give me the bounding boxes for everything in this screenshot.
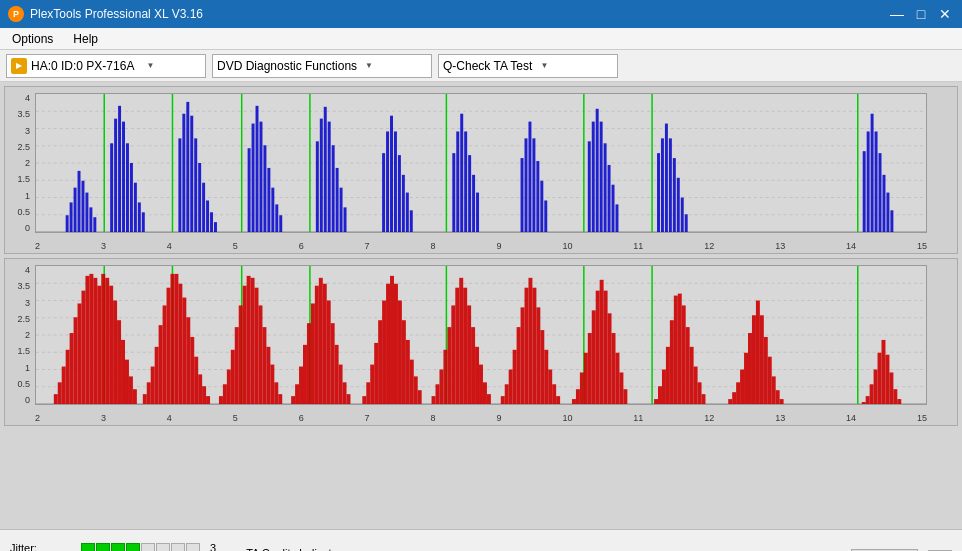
svg-rect-135 — [105, 278, 109, 404]
svg-rect-227 — [525, 288, 529, 404]
svg-rect-132 — [93, 278, 97, 404]
svg-rect-102 — [879, 153, 882, 232]
jitter-row: Jitter: 3 — [10, 542, 216, 552]
svg-rect-204 — [414, 376, 418, 404]
svg-rect-155 — [190, 337, 194, 404]
svg-rect-272 — [764, 337, 768, 404]
svg-rect-151 — [174, 274, 178, 404]
function-selector[interactable]: DVD Diagnostic Functions ▼ — [212, 54, 432, 78]
svg-rect-21 — [85, 193, 88, 232]
svg-rect-209 — [443, 350, 447, 404]
jitter-seg-4 — [126, 543, 140, 552]
svg-rect-139 — [121, 340, 125, 404]
svg-rect-73 — [472, 175, 475, 232]
svg-rect-87 — [608, 165, 611, 232]
svg-rect-27 — [122, 122, 125, 232]
svg-rect-140 — [125, 360, 129, 404]
svg-rect-52 — [316, 141, 319, 232]
jitter-seg-3 — [111, 543, 125, 552]
svg-rect-180 — [307, 323, 311, 404]
svg-rect-60 — [382, 153, 385, 232]
svg-rect-268 — [748, 333, 752, 404]
svg-rect-41 — [210, 212, 213, 232]
svg-rect-167 — [247, 276, 251, 404]
svg-rect-200 — [398, 301, 402, 405]
maximize-button[interactable]: □ — [912, 5, 930, 23]
minimize-button[interactable]: — — [888, 5, 906, 23]
svg-rect-192 — [366, 382, 370, 404]
svg-rect-55 — [328, 122, 331, 232]
svg-rect-198 — [390, 276, 394, 404]
svg-rect-211 — [451, 305, 455, 404]
top-chart: 4 3.5 3 2.5 2 1.5 1 0.5 0 — [4, 86, 958, 254]
top-chart-y-axis: 4 3.5 3 2.5 2 1.5 1 0.5 0 — [5, 93, 33, 233]
svg-rect-263 — [728, 399, 732, 404]
svg-rect-241 — [592, 310, 596, 404]
svg-rect-208 — [439, 370, 443, 405]
svg-rect-143 — [143, 394, 147, 404]
svg-rect-154 — [186, 317, 190, 404]
svg-rect-243 — [600, 280, 604, 404]
svg-rect-279 — [870, 384, 874, 404]
svg-rect-179 — [303, 345, 307, 404]
svg-rect-267 — [744, 353, 748, 404]
svg-rect-166 — [243, 286, 247, 404]
svg-rect-17 — [70, 202, 73, 232]
jitter-label: Jitter: — [10, 542, 75, 552]
svg-rect-262 — [702, 394, 706, 404]
svg-rect-46 — [259, 122, 262, 232]
svg-rect-199 — [394, 284, 398, 404]
svg-rect-82 — [588, 141, 591, 232]
svg-rect-264 — [732, 392, 736, 404]
menu-help[interactable]: Help — [65, 30, 106, 48]
svg-rect-30 — [134, 183, 137, 232]
svg-rect-278 — [866, 396, 870, 404]
svg-rect-226 — [521, 307, 525, 404]
svg-rect-188 — [339, 365, 343, 404]
svg-rect-283 — [885, 355, 889, 404]
svg-rect-146 — [155, 347, 159, 404]
svg-rect-29 — [130, 163, 133, 232]
svg-rect-147 — [159, 325, 163, 404]
svg-rect-207 — [436, 384, 440, 404]
bottom-chart: 4 3.5 3 2.5 2 1.5 1 0.5 0 — [4, 258, 958, 426]
svg-rect-149 — [167, 288, 171, 404]
svg-rect-258 — [686, 327, 690, 404]
menu-options[interactable]: Options — [4, 30, 61, 48]
test-label: Q-Check TA Test — [443, 59, 532, 73]
svg-rect-56 — [332, 145, 335, 232]
svg-rect-77 — [528, 122, 531, 232]
svg-rect-47 — [263, 145, 266, 232]
svg-rect-97 — [685, 214, 688, 232]
svg-rect-123 — [58, 382, 62, 404]
svg-rect-255 — [674, 296, 678, 404]
function-dropdown-arrow: ▼ — [365, 61, 373, 70]
svg-rect-187 — [335, 345, 339, 404]
svg-rect-103 — [882, 175, 885, 232]
svg-rect-26 — [118, 106, 121, 232]
svg-rect-174 — [274, 382, 278, 404]
svg-rect-259 — [690, 347, 694, 404]
svg-rect-203 — [410, 360, 414, 404]
svg-rect-51 — [279, 215, 282, 232]
svg-rect-210 — [447, 327, 451, 404]
svg-rect-152 — [178, 284, 182, 404]
svg-rect-43 — [248, 148, 251, 232]
svg-rect-156 — [194, 357, 198, 404]
svg-rect-32 — [142, 212, 145, 232]
svg-rect-50 — [275, 204, 278, 232]
svg-rect-169 — [255, 288, 259, 404]
jitter-seg-5 — [141, 543, 155, 552]
svg-rect-42 — [214, 222, 217, 232]
drive-selector[interactable]: ▶ HA:0 ID:0 PX-716A ▼ — [6, 54, 206, 78]
svg-rect-157 — [198, 374, 202, 404]
svg-rect-72 — [468, 155, 471, 232]
svg-rect-270 — [756, 301, 760, 405]
svg-rect-220 — [487, 394, 491, 404]
svg-rect-274 — [772, 376, 776, 404]
svg-rect-252 — [662, 370, 666, 405]
title-controls: — □ ✕ — [888, 5, 954, 23]
close-button[interactable]: ✕ — [936, 5, 954, 23]
test-selector[interactable]: Q-Check TA Test ▼ — [438, 54, 618, 78]
svg-rect-212 — [455, 288, 459, 404]
